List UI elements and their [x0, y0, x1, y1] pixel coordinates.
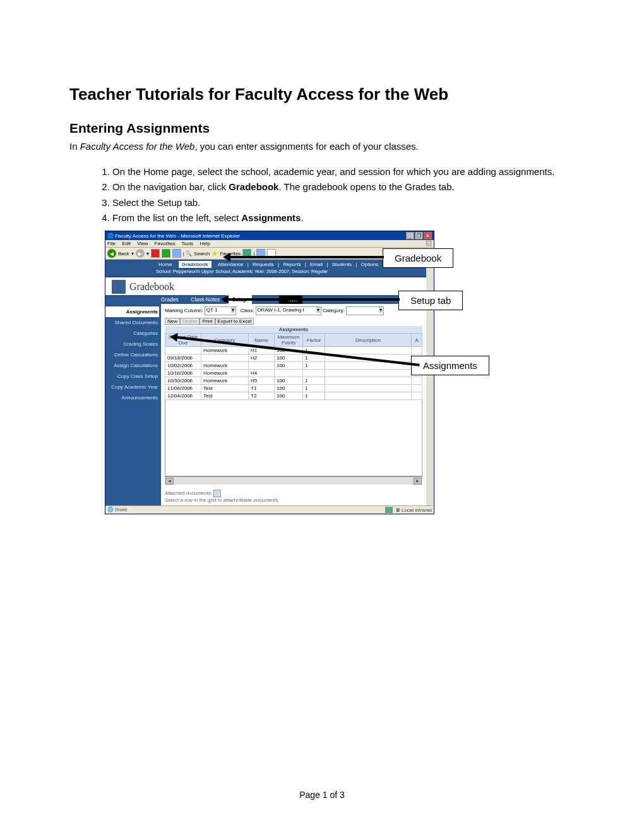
class-select[interactable]: DRAW I-1, Drawing I: [256, 306, 321, 315]
attach-icon[interactable]: [213, 490, 221, 497]
horizontal-scrollbar[interactable]: ◄►: [165, 476, 422, 485]
col-factor[interactable]: Factor: [303, 334, 325, 347]
sidebar-item-copy-class-setup[interactable]: Copy Class Setup: [105, 371, 159, 382]
col-a[interactable]: A: [412, 334, 422, 347]
grid-new-button[interactable]: New: [165, 318, 180, 325]
assignments-grid: Student Date Due Category Name Maximum P…: [165, 333, 422, 400]
cell[interactable]: 100: [275, 362, 303, 370]
cell[interactable]: T2: [249, 392, 275, 400]
sidebar-item-categories[interactable]: Categories: [105, 328, 159, 339]
table-row[interactable]: 10/16/2006HomeworkH4: [165, 370, 422, 377]
cell[interactable]: Homework: [201, 362, 249, 370]
nav-reports[interactable]: Reports: [283, 262, 301, 267]
cell[interactable]: [275, 370, 303, 377]
search-button[interactable]: Search: [194, 251, 210, 257]
cell[interactable]: 1: [303, 385, 325, 392]
cell[interactable]: T1: [249, 385, 275, 392]
tab-grades[interactable]: Grades: [156, 295, 184, 304]
nav-options[interactable]: Options: [361, 262, 379, 267]
cell[interactable]: 10/02/2006: [165, 362, 201, 370]
table-row[interactable]: 11/06/2006TestT11001: [165, 385, 422, 392]
cell[interactable]: 12/04/2006: [165, 392, 201, 400]
grid-print-button[interactable]: Print: [200, 318, 215, 325]
close-icon[interactable]: ✕: [424, 232, 432, 239]
cell[interactable]: [412, 385, 422, 392]
grid-delete-button[interactable]: Delete: [180, 318, 200, 325]
nav-home[interactable]: Home: [158, 262, 172, 267]
cell[interactable]: [249, 362, 275, 370]
cell[interactable]: 100: [275, 377, 303, 385]
cell[interactable]: 09/18/2006: [165, 354, 201, 362]
back-icon[interactable]: ◄: [107, 249, 116, 258]
cell[interactable]: 100: [275, 392, 303, 400]
marking-column-select[interactable]: QT 1: [205, 306, 236, 315]
cell[interactable]: [325, 347, 412, 354]
cell[interactable]: 1: [303, 392, 325, 400]
nav-attendance[interactable]: Attendance: [218, 262, 243, 267]
cell[interactable]: H4: [249, 370, 275, 377]
forward-icon[interactable]: ►: [136, 249, 145, 258]
cell[interactable]: 1: [303, 362, 325, 370]
sidebar-item-announcements[interactable]: Announcements: [105, 392, 159, 403]
throbber-icon: 🪟: [426, 241, 432, 246]
cell[interactable]: [325, 370, 412, 377]
cell[interactable]: Homework: [201, 370, 249, 377]
cell[interactable]: 100: [275, 385, 303, 392]
cell[interactable]: 10/30/2006: [165, 377, 201, 385]
sidebar-item-shared-documents[interactable]: Shared Documents: [105, 317, 159, 328]
cell[interactable]: Test: [201, 385, 249, 392]
cell[interactable]: [325, 392, 412, 400]
menu-tools[interactable]: Tools: [182, 241, 194, 246]
table-row[interactable]: 10/30/2006HomeworkH51001: [165, 377, 422, 385]
nav-email[interactable]: Email: [310, 262, 323, 267]
col-description[interactable]: Description: [325, 334, 412, 347]
back-label[interactable]: Back: [118, 251, 129, 257]
nav-gradebook[interactable]: Gradebook: [179, 261, 212, 268]
refresh-icon[interactable]: [162, 249, 170, 258]
minimize-icon[interactable]: _: [406, 232, 414, 239]
sidebar-item-define-calculations[interactable]: Define Calculations: [105, 349, 159, 360]
nav-students[interactable]: Students: [331, 262, 352, 267]
cell[interactable]: [165, 347, 201, 354]
menu-edit[interactable]: Edit: [122, 241, 131, 246]
stop-icon[interactable]: [151, 249, 160, 258]
menu-favorites[interactable]: Favorites: [155, 241, 176, 246]
cell[interactable]: 100: [275, 354, 303, 362]
sidebar-item-grading-scales[interactable]: Grading Scales: [105, 339, 159, 349]
menu-help[interactable]: Help: [200, 241, 210, 246]
cell[interactable]: [412, 392, 422, 400]
col-max-points[interactable]: Maximum Points: [275, 334, 303, 347]
cell[interactable]: 1: [303, 377, 325, 385]
cell[interactable]: 1: [303, 354, 325, 362]
cell[interactable]: [325, 385, 412, 392]
cell[interactable]: 11/06/2006: [165, 385, 201, 392]
cell[interactable]: Test: [201, 392, 249, 400]
back-chevron-icon[interactable]: ▾: [131, 251, 134, 257]
cell[interactable]: Homework: [201, 377, 249, 385]
cell[interactable]: H2: [249, 354, 275, 362]
menubar: File Edit View Favorites Tools Help 🪟: [105, 240, 434, 248]
home-icon[interactable]: [172, 249, 181, 258]
scroll-left-icon[interactable]: ◄: [165, 478, 174, 485]
menu-view[interactable]: View: [137, 241, 148, 246]
cell[interactable]: [201, 354, 249, 362]
menu-file[interactable]: File: [107, 241, 116, 246]
cell[interactable]: H5: [249, 377, 275, 385]
maximize-icon[interactable]: ❐: [415, 232, 423, 239]
sidebar-item-assignments[interactable]: Assignments: [105, 306, 159, 317]
cell[interactable]: [325, 377, 412, 385]
table-row[interactable]: 12/04/2006TestT21001: [165, 392, 422, 400]
cell[interactable]: [412, 347, 422, 354]
scroll-right-icon[interactable]: ►: [414, 478, 422, 485]
cell[interactable]: 10/16/2006: [165, 370, 201, 377]
table-row[interactable]: 10/02/2006Homework1001: [165, 362, 422, 370]
sidebar-item-assign-calculations[interactable]: Assign Calculations: [105, 360, 159, 371]
sidebar-item-copy-academic-year[interactable]: Copy Academic Year: [105, 382, 159, 392]
cell[interactable]: [412, 377, 422, 385]
cell[interactable]: [303, 370, 325, 377]
nav-requests[interactable]: Requests: [253, 262, 274, 267]
grid-export-button[interactable]: Export to Excel: [215, 318, 254, 325]
category-select[interactable]: [346, 306, 384, 315]
favorites-star-icon[interactable]: ★: [212, 250, 218, 258]
cell[interactable]: Homework: [201, 347, 249, 354]
